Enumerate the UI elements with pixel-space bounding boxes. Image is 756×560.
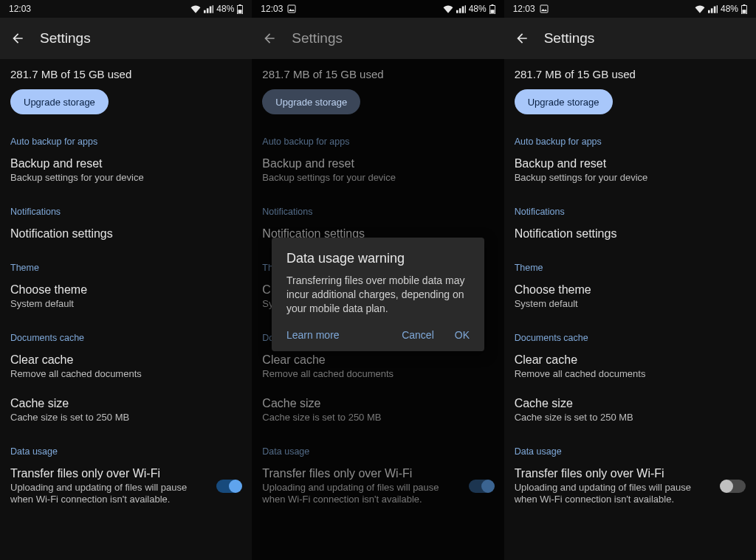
dialog-body: Transferring files over mobile data may … <box>286 274 470 316</box>
page-title: Settings <box>292 30 343 46</box>
notification-settings-item[interactable]: Notification settings <box>10 227 241 241</box>
battery-icon <box>489 4 495 14</box>
signal-icon <box>708 5 718 13</box>
svg-rect-3 <box>288 5 295 13</box>
status-battery: 48% <box>469 4 487 14</box>
picture-icon <box>287 4 296 13</box>
status-right: 48% <box>190 4 243 14</box>
phone-screen-3: 12:03 48% Settings 281.7 MB of 15 GB use… <box>504 0 756 560</box>
clear-cache-sub: Remove all cached documents <box>262 368 469 381</box>
wifi-only-toggle[interactable] <box>721 480 746 493</box>
storage-usage-text: 281.7 MB of 15 GB used <box>262 68 493 80</box>
battery-icon <box>237 4 243 14</box>
section-data-usage: Data usage <box>262 446 493 457</box>
data-usage-warning-dialog: Data usage warning Transferring files ov… <box>272 238 484 351</box>
section-documents-cache: Documents cache <box>515 333 746 343</box>
choose-theme-item[interactable]: Choose theme <box>10 283 241 297</box>
cache-size-sub: Cache size is set to 250 MB <box>262 412 469 424</box>
back-icon[interactable] <box>10 31 25 46</box>
svg-rect-7 <box>540 5 548 13</box>
wifi-icon <box>695 5 705 13</box>
backup-reset-sub: Backup settings for your device <box>10 172 217 184</box>
section-documents-cache: Documents cache <box>10 333 241 343</box>
section-auto-backup: Auto backup for apps <box>515 136 746 147</box>
backup-reset-item[interactable]: Backup and reset <box>262 157 493 170</box>
clear-cache-sub: Remove all cached documents <box>10 368 217 381</box>
wifi-only-item[interactable]: Transfer files only over Wi-Fi <box>10 467 202 480</box>
wifi-icon <box>443 5 453 13</box>
status-time: 12:03 <box>9 4 31 14</box>
page-title: Settings <box>544 30 595 46</box>
clear-cache-item[interactable]: Clear cache <box>262 353 493 367</box>
wifi-only-sub: Uploading and updating of files will pau… <box>10 482 202 507</box>
status-bar: 12:03 48% <box>252 0 504 18</box>
section-auto-backup: Auto backup for apps <box>262 136 493 147</box>
wifi-only-toggle[interactable] <box>216 480 241 493</box>
section-auto-backup: Auto backup for apps <box>10 136 241 147</box>
app-bar: Settings <box>252 18 504 59</box>
clear-cache-item[interactable]: Clear cache <box>10 353 241 367</box>
clear-cache-item[interactable]: Clear cache <box>515 353 746 367</box>
upgrade-storage-button[interactable]: Upgrade storage <box>262 89 360 114</box>
cache-size-item[interactable]: Cache size <box>262 397 493 410</box>
wifi-only-sub: Uploading and updating of files will pau… <box>515 482 707 507</box>
status-time: 12:03 <box>261 4 283 14</box>
cache-size-sub: Cache size is set to 250 MB <box>515 412 721 424</box>
svg-rect-9 <box>743 4 746 5</box>
wifi-only-item[interactable]: Transfer files only over Wi-Fi <box>262 467 454 480</box>
svg-rect-2 <box>238 10 242 13</box>
back-icon[interactable] <box>515 31 529 46</box>
choose-theme-sub: System default <box>10 298 217 311</box>
section-data-usage: Data usage <box>515 446 746 457</box>
notification-settings-item[interactable]: Notification settings <box>515 227 746 241</box>
picture-icon <box>540 4 549 13</box>
status-battery: 48% <box>216 4 234 14</box>
wifi-icon <box>190 5 201 13</box>
dialog-ok-button[interactable]: OK <box>455 329 470 341</box>
status-battery: 48% <box>721 4 738 14</box>
wifi-only-item[interactable]: Transfer files only over Wi-Fi <box>515 467 707 480</box>
dialog-learn-more-button[interactable]: Learn more <box>286 329 340 341</box>
battery-icon <box>741 4 747 14</box>
clear-cache-sub: Remove all cached documents <box>515 368 721 381</box>
section-notifications: Notifications <box>515 207 746 217</box>
backup-reset-item[interactable]: Backup and reset <box>10 157 241 170</box>
backup-reset-item[interactable]: Backup and reset <box>515 157 746 170</box>
cache-size-item[interactable]: Cache size <box>515 397 746 410</box>
cache-size-item[interactable]: Cache size <box>10 397 241 410</box>
signal-icon <box>456 5 466 13</box>
signal-icon <box>204 5 213 13</box>
section-notifications: Notifications <box>10 207 241 217</box>
status-time: 12:03 <box>513 4 535 14</box>
choose-theme-sub: System default <box>515 298 721 311</box>
section-theme: Theme <box>10 263 241 273</box>
svg-rect-1 <box>239 4 241 5</box>
app-bar: Settings <box>504 18 756 59</box>
wifi-only-sub: Uploading and updating of files will pau… <box>262 482 454 507</box>
status-right: 48% <box>443 4 495 14</box>
app-bar: Settings <box>0 18 252 59</box>
dialog-cancel-button[interactable]: Cancel <box>402 329 434 341</box>
svg-rect-6 <box>490 10 494 13</box>
status-bar: 12:03 48% <box>504 0 756 18</box>
status-right: 48% <box>695 4 747 14</box>
upgrade-storage-button[interactable]: Upgrade storage <box>10 89 109 114</box>
svg-rect-5 <box>491 4 493 5</box>
storage-usage-text: 281.7 MB of 15 GB used <box>10 68 241 80</box>
choose-theme-item[interactable]: Choose theme <box>515 283 746 297</box>
phone-screen-2: 12:03 48% Settings 281.7 MB of 15 GB use… <box>252 0 504 560</box>
backup-reset-sub: Backup settings for your device <box>262 172 469 184</box>
upgrade-storage-button[interactable]: Upgrade storage <box>515 89 613 114</box>
section-notifications: Notifications <box>262 207 493 217</box>
section-data-usage: Data usage <box>10 446 241 457</box>
svg-rect-10 <box>742 10 746 13</box>
back-icon[interactable] <box>262 31 277 46</box>
section-theme: Theme <box>515 263 746 273</box>
cache-size-sub: Cache size is set to 250 MB <box>10 412 217 424</box>
page-title: Settings <box>40 30 91 46</box>
wifi-only-toggle[interactable] <box>469 480 494 493</box>
status-bar: 12:03 48% <box>0 0 252 18</box>
dialog-title: Data usage warning <box>286 251 470 266</box>
storage-usage-text: 281.7 MB of 15 GB used <box>515 68 746 80</box>
backup-reset-sub: Backup settings for your device <box>515 172 721 184</box>
